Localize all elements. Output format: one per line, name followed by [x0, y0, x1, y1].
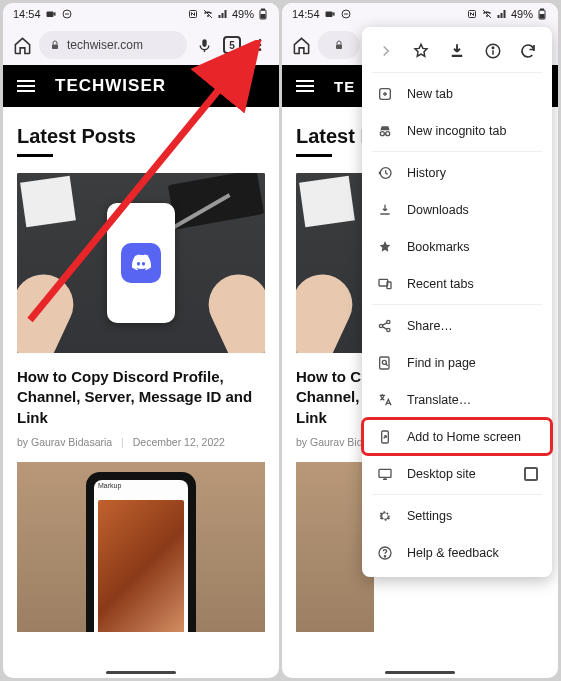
menu-item-settings[interactable]: Settings	[362, 497, 552, 534]
heading-underline	[17, 154, 53, 157]
home-button[interactable]	[11, 34, 33, 56]
menu-item-add-to-home[interactable]: Add to Home screen	[362, 418, 552, 455]
tab-switcher-button[interactable]: 5	[221, 34, 243, 56]
help-icon	[376, 544, 393, 561]
site-menu-button[interactable]	[17, 80, 35, 92]
heading-underline	[296, 154, 332, 157]
status-signal-icon	[496, 8, 508, 20]
status-wifi-off-icon	[481, 8, 493, 20]
menu-label: Bookmarks	[407, 240, 470, 254]
status-battery-text: 49%	[232, 8, 254, 20]
browser-toolbar: techwiser.com 5	[3, 25, 279, 65]
home-button[interactable]	[290, 34, 312, 56]
status-wifi-off-icon	[202, 8, 214, 20]
status-battery-text: 49%	[511, 8, 533, 20]
site-logo[interactable]: TECHWISER	[55, 76, 166, 96]
forward-button[interactable]	[376, 41, 395, 60]
menu-label: Add to Home screen	[407, 430, 521, 444]
post-date: December 12, 2022	[133, 436, 225, 448]
svg-rect-9	[202, 39, 206, 47]
add-home-icon	[376, 428, 393, 445]
menu-label: Share…	[407, 319, 453, 333]
svg-point-30	[385, 131, 389, 135]
svg-rect-0	[46, 12, 53, 18]
svg-rect-7	[261, 15, 265, 19]
address-bar[interactable]: techwiser.com	[39, 31, 187, 59]
svg-point-10	[259, 39, 262, 42]
menu-top-row	[362, 33, 552, 70]
menu-label: New tab	[407, 87, 453, 101]
menu-item-bookmarks[interactable]: Bookmarks	[362, 228, 552, 265]
svg-line-42	[385, 363, 387, 365]
site-menu-button[interactable]	[296, 80, 314, 92]
download-list-icon	[376, 201, 393, 218]
svg-rect-44	[379, 469, 391, 477]
svg-rect-8	[52, 45, 58, 50]
svg-point-11	[259, 44, 262, 47]
svg-point-12	[259, 48, 262, 51]
status-time: 14:54	[13, 8, 41, 20]
post-title[interactable]: How to Copy Discord Profile, Channel, Se…	[17, 367, 265, 428]
status-minus-icon	[61, 8, 73, 20]
menu-item-find[interactable]: Find in page	[362, 344, 552, 381]
post-thumbnail[interactable]	[17, 173, 265, 353]
find-icon	[376, 354, 393, 371]
download-button[interactable]	[447, 41, 466, 60]
history-icon	[376, 164, 393, 181]
status-battery-icon	[257, 8, 269, 20]
overflow-menu: New tab New incognito tab History Downlo…	[362, 27, 552, 577]
post2-thumbnail[interactable]: Markup	[17, 462, 265, 632]
menu-label: Translate…	[407, 393, 471, 407]
site-logo[interactable]: TE	[334, 78, 355, 95]
status-nfc-icon	[466, 8, 478, 20]
share-icon	[376, 317, 393, 334]
more-vert-icon	[252, 37, 268, 53]
menu-item-downloads[interactable]: Downloads	[362, 191, 552, 228]
lock-icon	[333, 39, 345, 51]
section-heading: Latest Posts	[17, 125, 265, 148]
reload-button[interactable]	[519, 41, 538, 60]
svg-rect-20	[540, 15, 544, 19]
page-info-button[interactable]	[483, 41, 502, 60]
menu-label: Help & feedback	[407, 546, 499, 560]
desktop-site-checkbox[interactable]	[524, 467, 538, 481]
status-time: 14:54	[292, 8, 320, 20]
menu-label: New incognito tab	[407, 124, 506, 138]
status-bar: 14:54 49%	[282, 3, 558, 25]
menu-label: Recent tabs	[407, 277, 474, 291]
home-indicator[interactable]	[385, 671, 455, 674]
menu-item-history[interactable]: History	[362, 154, 552, 191]
svg-rect-19	[541, 9, 544, 10]
home-indicator[interactable]	[106, 671, 176, 674]
monitor-icon	[376, 465, 393, 482]
overflow-menu-button[interactable]	[249, 34, 271, 56]
status-nfc-icon	[187, 8, 199, 20]
plus-box-icon	[376, 85, 393, 102]
menu-item-desktop-site[interactable]: Desktop site	[362, 455, 552, 492]
address-bar[interactable]	[318, 31, 360, 59]
menu-label: Find in page	[407, 356, 476, 370]
menu-item-help[interactable]: Help & feedback	[362, 534, 552, 571]
mic-button[interactable]	[193, 34, 215, 56]
star-fill-icon	[376, 238, 393, 255]
svg-line-39	[382, 326, 387, 329]
status-signal-icon	[217, 8, 229, 20]
menu-item-share[interactable]: Share…	[362, 307, 552, 344]
svg-point-29	[380, 131, 384, 135]
menu-item-incognito[interactable]: New incognito tab	[362, 112, 552, 149]
status-battery-icon	[536, 8, 548, 20]
menu-item-new-tab[interactable]: New tab	[362, 75, 552, 112]
menu-item-recent-tabs[interactable]: Recent tabs	[362, 265, 552, 302]
svg-point-48	[384, 555, 385, 556]
site-header: TECHWISER	[3, 65, 279, 107]
svg-rect-40	[379, 357, 388, 369]
svg-rect-13	[325, 12, 332, 18]
menu-label: Desktop site	[407, 467, 476, 481]
post-author[interactable]: Gaurav Bidasaria	[31, 436, 112, 448]
menu-item-translate[interactable]: Translate…	[362, 381, 552, 418]
translate-icon	[376, 391, 393, 408]
bookmark-star-button[interactable]	[412, 41, 431, 60]
svg-line-38	[382, 322, 387, 325]
svg-point-25	[492, 46, 494, 48]
status-bar: 14:54 49%	[3, 3, 279, 25]
